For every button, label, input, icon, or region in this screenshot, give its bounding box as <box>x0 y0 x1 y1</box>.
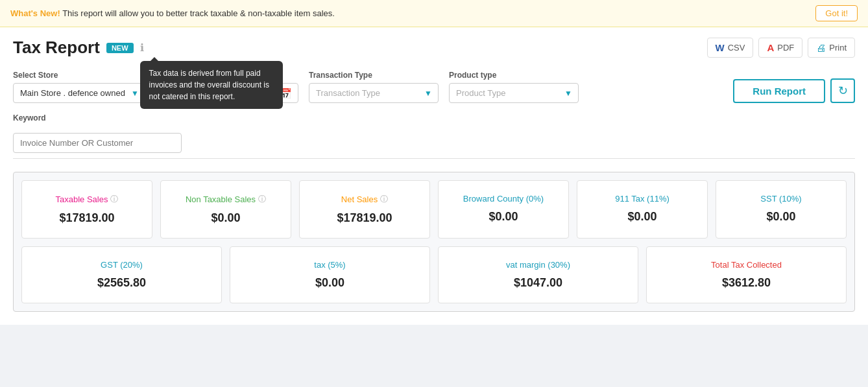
transaction-select[interactable]: Transaction Type <box>309 83 439 103</box>
csv-export-button[interactable]: W CSV <box>707 38 754 58</box>
run-report-button[interactable]: Run Report <box>733 79 825 103</box>
whats-new-text: What's New! This report will allow you t… <box>10 8 335 18</box>
stat-value: $17819.00 <box>310 211 419 225</box>
stat-label: vat margin (30%) <box>449 260 627 270</box>
stat-label: Taxable Salesⓘ <box>32 194 141 205</box>
print-label: Print <box>829 43 847 53</box>
info-icon[interactable]: ℹ Tax data is derived from full paid inv… <box>140 41 144 54</box>
stats-row-1: Taxable Salesⓘ$17819.00Non Taxable Sales… <box>21 180 847 239</box>
store-select[interactable]: Main Store . defence owned <box>13 83 145 103</box>
stat-value: $3612.80 <box>657 276 836 290</box>
run-btn-group: Run Report ↻ <box>733 78 855 103</box>
keyword-label: Keyword <box>13 113 46 123</box>
stat-value: $0.00 <box>588 210 697 224</box>
main-content: Tax Report NEW ℹ Tax data is derived fro… <box>0 27 868 325</box>
export-buttons: W CSV A PDF 🖨 Print <box>707 38 855 58</box>
product-select[interactable]: Product Type <box>449 83 579 103</box>
stat-card: Total Tax Collected$3612.80 <box>646 246 847 303</box>
stat-value: $0.00 <box>241 276 419 290</box>
stat-card: Non Taxable Salesⓘ$0.00 <box>160 180 291 239</box>
tooltip-box: Tax data is derived from full paid invoi… <box>140 61 283 109</box>
stat-value: $0.00 <box>171 211 280 225</box>
stat-info-icon[interactable]: ⓘ <box>110 194 118 205</box>
print-export-button[interactable]: 🖨 Print <box>808 38 855 58</box>
stat-card: tax (5%)$0.00 <box>230 246 430 303</box>
stat-label: Net Salesⓘ <box>310 194 419 205</box>
stat-card: Broward County (0%)$0.00 <box>438 180 569 239</box>
pdf-label: PDF <box>777 43 794 53</box>
stat-card: SST (10%)$0.00 <box>716 180 847 239</box>
stat-value: $0.00 <box>449 210 558 224</box>
whats-new-bar: What's New! This report will allow you t… <box>0 0 868 27</box>
keyword-input[interactable] <box>13 133 182 153</box>
divider <box>13 158 855 159</box>
stat-value: $0.00 <box>727 210 836 224</box>
title-area: Tax Report NEW ℹ Tax data is derived fro… <box>13 38 144 58</box>
stat-label: Total Tax Collected <box>657 260 836 270</box>
stat-value: $17819.00 <box>32 211 141 225</box>
print-icon: 🖨 <box>816 42 826 53</box>
new-badge: NEW <box>106 43 134 53</box>
transaction-select-wrapper: Transaction Type ▼ <box>309 83 439 103</box>
stat-card: GST (20%)$2565.80 <box>21 246 222 303</box>
stats-row-2: GST (20%)$2565.80tax (5%)$0.00vat margin… <box>21 246 847 303</box>
store-label: Select Store <box>13 71 145 80</box>
csv-icon: W <box>716 42 725 53</box>
stat-card: vat margin (30%)$1047.00 <box>438 246 638 303</box>
stat-info-icon[interactable]: ⓘ <box>380 194 388 205</box>
page-title: Tax Report <box>13 38 100 58</box>
store-select-wrapper: Main Store . defence owned ▼ <box>13 83 145 103</box>
stat-label: Non Taxable Salesⓘ <box>171 194 280 205</box>
whats-new-message: This report will allow you to better tra… <box>62 8 335 18</box>
stat-value: $2565.80 <box>32 276 211 290</box>
keyword-row: Keyword <box>13 112 855 153</box>
pdf-export-button[interactable]: A PDF <box>758 38 802 58</box>
stat-label: tax (5%) <box>241 260 419 270</box>
refresh-button[interactable]: ↻ <box>830 78 855 103</box>
got-it-button[interactable]: Got it! <box>815 5 858 21</box>
pdf-icon: A <box>767 42 774 53</box>
csv-label: CSV <box>728 43 745 53</box>
stats-section: Taxable Salesⓘ$17819.00Non Taxable Sales… <box>13 172 855 312</box>
stat-label: SST (10%) <box>727 194 836 204</box>
stat-value: $1047.00 <box>449 276 627 290</box>
refresh-icon: ↻ <box>838 84 848 98</box>
store-filter-group: Select Store Main Store . defence owned … <box>13 71 145 103</box>
stat-card: Taxable Salesⓘ$17819.00 <box>21 180 152 239</box>
product-filter-group: Product type Product Type ▼ <box>449 71 579 103</box>
transaction-label: Transaction Type <box>309 71 439 80</box>
transaction-filter-group: Transaction Type Transaction Type ▼ <box>309 71 439 103</box>
stat-card: 911 Tax (11%)$0.00 <box>577 180 708 239</box>
stat-card: Net Salesⓘ$17819.00 <box>299 180 430 239</box>
product-label: Product type <box>449 71 579 80</box>
header-row: Tax Report NEW ℹ Tax data is derived fro… <box>13 38 855 58</box>
product-select-wrapper: Product Type ▼ <box>449 83 579 103</box>
stat-label: 911 Tax (11%) <box>588 194 697 204</box>
whats-new-label: What's New! <box>10 8 60 18</box>
filters-row: Select Store Main Store . defence owned … <box>13 71 855 103</box>
stat-info-icon[interactable]: ⓘ <box>258 194 266 205</box>
stat-label: Broward County (0%) <box>449 194 558 204</box>
stat-label: GST (20%) <box>32 260 211 270</box>
